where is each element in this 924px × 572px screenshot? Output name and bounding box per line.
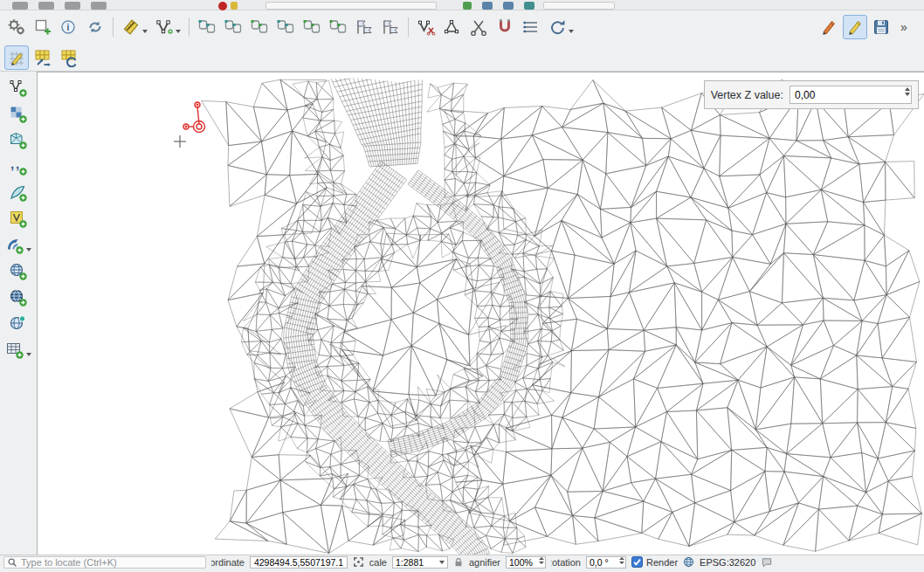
digitize-mesh-vertices-button[interactable] [152, 15, 183, 39]
locator-placeholder: Type to locate (Ctrl+K) [21, 557, 117, 568]
pairT-glyph [276, 17, 295, 37]
messages-icon[interactable] [761, 556, 773, 568]
current-edits-gears-button[interactable] [4, 15, 29, 39]
add-wms-layer-button[interactable] [3, 233, 34, 258]
lock-icon[interactable] [453, 556, 464, 568]
qgis-window: i» ,, [0, 0, 924, 569]
split-faces-button[interactable] [466, 15, 491, 39]
vnodes-glyph [155, 17, 174, 37]
refresh-button[interactable] [83, 15, 107, 39]
ruler-glyph [121, 17, 141, 37]
vertex-z-widget: Vertex Z value: [704, 80, 919, 109]
save-edits-button[interactable] [869, 15, 893, 39]
pairT-glyph [224, 17, 243, 37]
select-mesh-elements-6-button[interactable] [326, 15, 350, 39]
rotation-spin[interactable] [586, 556, 626, 569]
vAdd-glyph [9, 79, 28, 98]
chevron-down-icon[interactable] [26, 248, 31, 252]
scale-combo[interactable] [392, 556, 448, 569]
pairG-glyph [250, 17, 269, 37]
add-spatialite-layer-button[interactable] [6, 181, 31, 205]
rotate-glyph [548, 17, 567, 37]
cropped-icon [463, 2, 472, 10]
magnifier-spin[interactable] [506, 556, 546, 569]
record-icon [218, 2, 227, 10]
chevron-down-icon[interactable] [439, 561, 445, 564]
svg-text:,: , [10, 157, 14, 171]
add-delimited-text-layer-button[interactable]: ,, [6, 155, 31, 179]
edit-mesh-pencil-button[interactable] [843, 15, 867, 39]
vertex-z-input[interactable] [790, 86, 912, 104]
mesh-digitizing-toolbar: i» [0, 10, 924, 44]
reindex-mesh-button[interactable] [57, 45, 81, 70]
toggle-edits-pencil-button[interactable] [817, 15, 841, 39]
chevron-down-icon[interactable] [569, 30, 574, 33]
info-button[interactable]: i [57, 15, 81, 39]
chevron-down-icon[interactable] [142, 30, 148, 33]
toolbar-overflow-button[interactable]: » [895, 15, 920, 39]
snapping-magnet-button[interactable] [493, 15, 517, 39]
add-raster-layer-button[interactable] [6, 102, 31, 127]
add-arcgis-layer-button[interactable] [6, 312, 31, 336]
add-vector-layer-button[interactable] [6, 76, 31, 100]
coordinate-input[interactable] [250, 556, 348, 569]
pairG-glyph [328, 17, 348, 37]
add-mesh-layer-button[interactable] [6, 128, 31, 153]
gears-glyph [7, 17, 26, 37]
gridArrows-glyph [33, 48, 52, 67]
magnifier-spinner[interactable] [539, 557, 544, 564]
rasterAdd-glyph [9, 105, 28, 124]
magnet-glyph [495, 17, 514, 37]
add-part-button[interactable] [31, 15, 55, 39]
crs-globe-icon[interactable] [683, 556, 694, 568]
scale-label: Scale [369, 557, 387, 568]
globePin-glyph [9, 314, 28, 334]
checkbox-checked-icon[interactable] [631, 556, 643, 568]
render-checkbox[interactable]: Render [631, 556, 678, 568]
remove-vertices-button[interactable] [414, 15, 438, 39]
chevr-glyph: » [898, 17, 917, 37]
rotation-spinner[interactable] [619, 557, 624, 564]
select-mesh-elements-1-button[interactable] [195, 15, 219, 39]
add-wfs-layer-button[interactable] [6, 286, 31, 310]
coordinate-label: Coordinate [211, 557, 245, 568]
gridC-glyph [59, 48, 79, 67]
infoCircle-glyph: i [59, 17, 79, 37]
magnifier-label: Magnifier [469, 557, 500, 568]
force-by-polygon-2-button[interactable] [378, 15, 403, 39]
add-wcs-layer-button[interactable] [6, 259, 31, 284]
cropped-icon [12, 2, 28, 10]
spin-down-icon[interactable] [905, 93, 910, 96]
extents-icon[interactable] [353, 556, 364, 568]
cropped-icon [231, 2, 238, 10]
chevron-down-icon[interactable] [176, 30, 181, 33]
status-bar: Type to locate (Ctrl+K) Coordinate Scale… [0, 555, 924, 569]
chevron-down-icon[interactable] [26, 353, 31, 356]
flags-glyph [355, 17, 374, 37]
cropped-toolbar-row [0, 0, 924, 10]
spin-up-icon[interactable] [905, 87, 910, 91]
vertex-z-spinner[interactable] [905, 87, 910, 96]
toolbar-separator [189, 17, 190, 37]
cropped-combo [543, 2, 615, 10]
crs-label[interactable]: EPSG:32620 [700, 557, 755, 568]
digitize-with-ruler-button[interactable] [119, 15, 150, 39]
select-mesh-elements-3-button[interactable] [247, 15, 272, 39]
cropped-icon [524, 2, 534, 10]
rotation-label: Rotation [551, 557, 581, 568]
select-mesh-elements-4-button[interactable] [273, 15, 298, 39]
select-mesh-elements-5-button[interactable] [300, 15, 324, 39]
map-canvas[interactable]: Vertex Z value: [37, 72, 924, 555]
plusSquare-glyph [33, 17, 52, 37]
locator-search[interactable]: Type to locate (Ctrl+K) [3, 556, 206, 569]
force-by-polygon-1-button[interactable] [352, 15, 376, 39]
wmsFan-glyph [5, 236, 24, 255]
add-virtual-layer-button[interactable] [6, 207, 31, 231]
face-tool-button[interactable] [440, 15, 465, 39]
select-mesh-elements-2-button[interactable] [221, 15, 245, 39]
reindex-rows-button[interactable] [519, 15, 543, 39]
add-table-layer-button[interactable] [3, 338, 34, 362]
rotate-vertices-button[interactable] [545, 15, 576, 39]
transform-vertices-button[interactable] [31, 45, 55, 70]
digitize-mesh-elements-button[interactable] [4, 45, 29, 70]
